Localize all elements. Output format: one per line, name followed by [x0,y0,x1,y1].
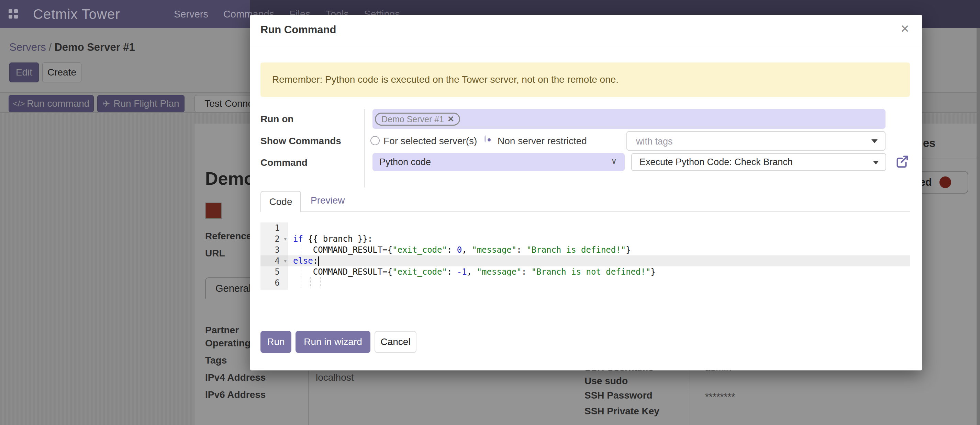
text-cursor [318,257,319,266]
form-group-border [364,109,364,187]
gutter-line-6: 6 [261,278,288,289]
chevron-down-icon [872,140,878,143]
code-line-5: COMMAND_RESULT={"exit_code": -1, "messag… [293,266,655,278]
tab-preview[interactable]: Preview [311,195,345,206]
run-on-label: Run on [261,114,293,125]
python-warning-alert: Remember: Python code is executed on the… [261,62,910,97]
code-line-2: if {{ branch }}: [293,233,372,244]
active-line-highlight [261,255,910,266]
command-type-select[interactable]: Python code ∨ [372,153,625,171]
command-type-value: Python code [379,157,431,168]
gutter-line-1: 1 [261,222,288,233]
tab-code[interactable]: Code [261,191,301,212]
with-tags-placeholder: with tags [636,136,673,147]
show-commands-label: Show Commands [261,136,341,147]
nav-item-servers[interactable]: Servers [174,9,208,20]
tag-remove-icon[interactable]: ✕ [447,114,454,124]
tab-strip-border [261,211,910,212]
apps-grid-icon[interactable] [9,9,18,19]
server-tag: Demo Server #1 ✕ [375,113,460,126]
with-tags-select[interactable]: with tags [627,131,886,151]
radio-non-server-restricted[interactable] [485,135,486,143]
fold-caret-icon[interactable]: ▾ [284,233,286,244]
fold-caret-icon[interactable]: ▾ [284,255,286,266]
command-label: Command [261,157,307,168]
run-in-wizard-button[interactable]: Run in wizard [296,331,371,353]
gutter-line-3: 3 [261,244,288,255]
radio-non-server-restricted-label[interactable]: Non server restricted [498,136,587,147]
indent-guide [301,278,301,289]
app-brand[interactable]: Cetmix Tower [33,0,120,28]
indent-guide [310,278,311,289]
command-value: Execute Python Code: Check Branch [640,157,793,168]
radio-for-selected-servers[interactable] [371,136,380,145]
gutter-line-5: 5 [261,266,288,278]
server-tag-label: Demo Server #1 [382,114,444,124]
command-select[interactable]: Execute Python Code: Check Branch [631,153,886,171]
code-editor[interactable]: 12▾if {{ branch }}:3 COMMAND_RESULT={"ex… [261,222,910,290]
run-on-select[interactable]: Demo Server #1 ✕ [372,109,886,129]
run-button[interactable]: Run [261,331,291,353]
chevron-down-icon: ∨ [611,156,617,166]
external-link-icon[interactable] [894,154,910,171]
gutter-line-2: 2▾ [261,233,288,244]
indent-guide [320,278,321,289]
screen: Servers/Demo Server #1 Edit Create </> R… [0,0,980,425]
cancel-button[interactable]: Cancel [375,331,417,353]
radio-for-selected-servers-label[interactable]: For selected server(s) [383,136,477,147]
run-command-modal: Run Command ✕ Remember: Python code is e… [250,15,922,370]
modal-title: Run Command [261,24,336,36]
code-line-4: else: [293,255,318,266]
chevron-down-icon [873,161,879,165]
code-line-3: COMMAND_RESULT={"exit_code": 0, "message… [293,244,631,255]
gutter-line-4: 4▾ [261,255,288,266]
close-icon[interactable]: ✕ [900,22,910,35]
